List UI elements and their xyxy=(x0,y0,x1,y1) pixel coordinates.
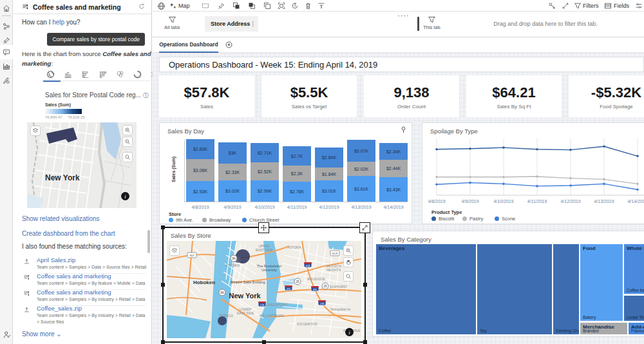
treemap-tile[interactable]: Whole Bea...Coffee beans xyxy=(624,244,644,294)
bar-segment[interactable]: $2.83K xyxy=(186,139,214,159)
bubble-chart-icon[interactable] xyxy=(111,70,129,79)
treemap-tile[interactable]: Drinking Cho... xyxy=(553,244,579,334)
ai-sparkle-icon[interactable] xyxy=(169,1,178,10)
sales-by-day-chart[interactable]: Sales By Day Sales (Sum)$2.93K$3.08K$2.8… xyxy=(159,122,412,224)
legend-item[interactable]: Pastry xyxy=(462,216,483,222)
help-link[interactable]: help xyxy=(52,19,64,26)
treemap-tile[interactable]: FoodBakery xyxy=(580,244,623,321)
model-icon[interactable] xyxy=(0,19,13,33)
bring-forward-icon[interactable] xyxy=(232,1,241,10)
pin-tool-icon[interactable] xyxy=(216,1,225,10)
zoom-out-button[interactable] xyxy=(122,137,133,147)
source-item[interactable]: Coffee sales and marketing Team content … xyxy=(22,272,146,287)
treemap-tile[interactable]: Add-onFlavours xyxy=(629,323,644,334)
panel-scrollbar[interactable] xyxy=(147,230,150,253)
bar-segment[interactable]: $2.34K xyxy=(379,143,408,160)
properties-icon[interactable] xyxy=(547,1,556,10)
history-icon[interactable] xyxy=(290,1,299,10)
bar-segment[interactable]: $3.02K xyxy=(218,180,247,202)
bar-segment[interactable]: $2.33K xyxy=(218,164,247,180)
bar-segment[interactable]: $2.84K xyxy=(315,148,343,167)
tab-operations-dashboard[interactable]: Operations Dashboard xyxy=(159,37,218,53)
bar-segment[interactable]: $2.52K xyxy=(251,162,279,180)
map-chart-icon[interactable] xyxy=(42,70,59,79)
refresh-icon[interactable] xyxy=(138,3,145,10)
bar-segment[interactable]: $3.61K xyxy=(347,176,375,202)
sales-by-category-treemap[interactable]: Sales By Category BeveragesCoffeeTeaDrin… xyxy=(372,231,644,337)
user-query-chip[interactable]: Compare sales by store postal code xyxy=(47,33,145,46)
spoilage-by-type-chart[interactable]: Spoilage By Type 4/8/20194/9/20194/10/20… xyxy=(422,122,644,224)
source-item[interactable]: April Sales.zip Team content > Samples >… xyxy=(22,256,146,271)
move-widget-handle[interactable] xyxy=(258,222,269,233)
bar-chart-icon[interactable] xyxy=(77,70,94,79)
treemap-tile[interactable]: Loose Tea xyxy=(624,296,644,321)
dashboard-title-widget[interactable]: Operations Dashboard - Week 15: Ending A… xyxy=(159,57,644,72)
filters-icon[interactable] xyxy=(573,1,582,10)
fit-screen-icon[interactable] xyxy=(277,1,286,10)
show-related-link[interactable]: Show related visualizations xyxy=(22,215,100,222)
resize-widget-handle[interactable] xyxy=(359,222,370,233)
filter-chip-store-address[interactable]: Store Address ⋮ xyxy=(205,16,258,32)
more-filters-icon[interactable]: ···· xyxy=(397,12,410,19)
create-dashboard-link[interactable]: Create dashboard from the chart xyxy=(22,230,115,237)
treemap-tile[interactable]: Tea xyxy=(477,244,552,334)
source-item[interactable]: Coffee_sales.zip Team content > Samples … xyxy=(22,305,146,325)
map-layers-button[interactable] xyxy=(30,126,41,136)
map-info-icon[interactable]: i xyxy=(121,192,129,200)
select-rectangle-icon[interactable] xyxy=(201,1,210,10)
source-item[interactable]: Coffee sales and marketing Team content … xyxy=(22,289,146,303)
kpi-sales-vs-target[interactable]: $5.5KSales vs Target xyxy=(261,75,357,117)
globe-icon[interactable] xyxy=(156,1,166,10)
treemap-tile[interactable]: BeveragesCoffee xyxy=(376,244,476,334)
mini-map[interactable]: New York i xyxy=(27,122,137,208)
fields-icon[interactable] xyxy=(603,1,612,10)
widget-selection-frame[interactable] xyxy=(162,227,366,343)
bar-segment[interactable]: $2.93K xyxy=(186,181,214,202)
column-chart-icon[interactable] xyxy=(59,70,77,79)
bar-segment[interactable]: $2.99K xyxy=(251,180,279,202)
bar-segment[interactable]: $2.02K xyxy=(347,162,375,176)
kpi-order-count[interactable]: 9,138Order Count xyxy=(364,75,459,117)
chart-icon[interactable] xyxy=(0,59,13,73)
duplicate-icon[interactable] xyxy=(263,1,272,10)
legend-item[interactable]: Biscotti xyxy=(431,216,454,222)
bar-segment[interactable]: $3.43K xyxy=(379,177,408,202)
bar-segment[interactable]: $2.78K xyxy=(283,182,311,202)
legend-item[interactable]: Scone xyxy=(495,216,515,222)
settings-sliders-icon[interactable] xyxy=(634,1,643,10)
info-icon[interactable]: ⓘ xyxy=(143,92,149,99)
explore-icon[interactable] xyxy=(0,73,13,88)
map-search-button[interactable] xyxy=(122,152,133,162)
donut-chart-icon[interactable] xyxy=(129,70,146,79)
all-tabs-filter[interactable]: All tabs xyxy=(164,15,180,30)
bar-segment[interactable]: $2.7K xyxy=(283,146,311,166)
kpi-sales-by-sqft[interactable]: $64.21Sales By Sq Ft xyxy=(466,75,562,117)
legend-item[interactable]: Broadway xyxy=(202,217,231,223)
bar-segment[interactable]: $3.07K xyxy=(347,140,375,162)
bar-segment[interactable]: $3K xyxy=(218,142,247,164)
filter-tool-icon[interactable] xyxy=(317,1,326,10)
kpi-food-spoilage[interactable]: -$5.32KFood Spoilage xyxy=(569,75,644,117)
show-more-link[interactable]: Show more ⌄ xyxy=(22,330,62,338)
bar-segment[interactable]: $2.3K xyxy=(283,166,311,182)
this-tab-filter[interactable]: This tab xyxy=(423,15,440,30)
delete-icon[interactable] xyxy=(303,1,312,10)
zoom-in-button[interactable] xyxy=(122,125,133,135)
profile-icon[interactable] xyxy=(0,327,13,341)
bar-segment[interactable]: $3.01K xyxy=(315,180,343,202)
bar-segment[interactable]: $3.08K xyxy=(186,159,214,181)
legend-item[interactable]: 9th Ave. xyxy=(169,217,193,223)
treemap-tile[interactable]: MerchandiseBranded xyxy=(580,323,627,334)
kpi-sales[interactable]: $57.8KSales xyxy=(159,75,254,117)
expand-icon[interactable] xyxy=(561,1,570,10)
overflow-menu-icon[interactable]: ⋮ xyxy=(250,21,256,27)
chat-icon[interactable] xyxy=(0,45,13,59)
send-backward-icon[interactable] xyxy=(247,1,256,10)
heatmap-chart-icon[interactable] xyxy=(94,70,111,79)
bar-segment[interactable]: $1.84K xyxy=(315,167,343,180)
filters-label[interactable]: Filters xyxy=(583,3,599,9)
filter-splitter[interactable] xyxy=(417,17,419,31)
add-tab-button[interactable] xyxy=(225,41,233,49)
home-icon[interactable] xyxy=(0,1,13,15)
bar-segment[interactable]: $2.71K xyxy=(251,143,279,162)
